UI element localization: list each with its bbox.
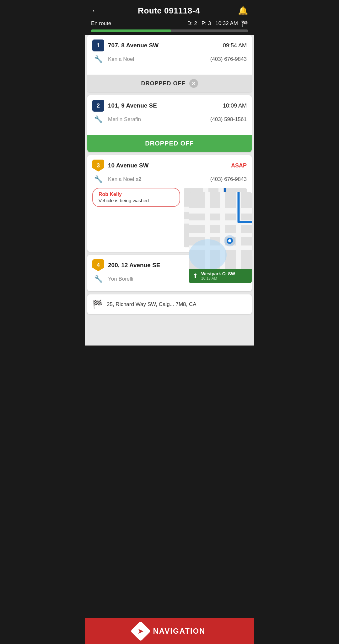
note-bubble: Rob Kelly Vehicle is being washed: [92, 188, 180, 207]
location-card: 🏁 25, Richard Way SW, Calg... 7M8, CA: [87, 294, 252, 314]
stop-card-1: 1 707, 8 Avenue SW 09:54 AM 🔧 Kenia Noel…: [87, 35, 252, 92]
nav-time: 10:13 AM: [201, 276, 235, 281]
stop-2-phone: (403) 598-1561: [210, 116, 247, 123]
wrench-icon-4: 🔧: [92, 273, 104, 285]
stop-3-phone: (403) 676-9843: [210, 176, 247, 182]
route-status: En route: [91, 20, 187, 27]
svg-point-18: [228, 239, 231, 242]
progress-bar-container: [91, 29, 248, 32]
bell-icon[interactable]: 🔔: [238, 6, 248, 16]
stop-3-name: Kenia Noel x2: [108, 176, 142, 182]
stop-card-4-wrapper: 4 200, 12 Avenue SE 🔧 Yon Borelli: [85, 255, 254, 291]
app-header: ← Route 091118-4 🔔: [85, 0, 254, 19]
wrench-icon-1: 🔧: [92, 53, 104, 65]
wrench-icon-3: 🔧: [92, 173, 104, 185]
stop-4-address: 200, 12 Avenue SE: [108, 262, 160, 269]
stop-badge-1: 1: [92, 40, 104, 51]
stop-badge-4: 4: [92, 259, 104, 271]
note-author: Rob Kelly: [99, 192, 174, 197]
dropped-off-button-2[interactable]: DROPPED OFF: [87, 135, 252, 152]
dropped-off-label-1: DROPPED OFF: [141, 80, 185, 87]
close-icon-1: ✕: [189, 79, 198, 88]
nav-direction-bar: ⬆ Westpark Ct SW 10:13 AM: [189, 269, 252, 283]
current-time: 10:32 AM: [215, 20, 238, 27]
progress-bar-fill: [91, 29, 171, 32]
stop-1-time: 09:54 AM: [223, 42, 247, 49]
stop-2-address: 101, 9 Avenue SE: [108, 102, 157, 109]
back-button[interactable]: ←: [91, 6, 100, 16]
stop-badge-2: 2: [92, 100, 104, 112]
stop-4-name: Yon Borelli: [108, 276, 133, 282]
nav-street-name: Westpark Ct SW: [201, 271, 235, 276]
location-flag-icon: 🏁: [92, 299, 102, 309]
map-overlay[interactable]: ⬆ Westpark Ct SW 10:13 AM: [189, 192, 252, 283]
stop-1-phone: (403) 676-9843: [210, 56, 247, 62]
note-text: Vehicle is being washed: [99, 198, 174, 203]
stop-1-name: Kenia Noel: [108, 56, 134, 62]
nav-up-arrow: ⬆: [193, 272, 198, 280]
flag-icon: 🏁: [241, 20, 248, 27]
stop-2-time: 10:09 AM: [223, 103, 247, 109]
stop-2-name: Merlin Serafin: [108, 116, 141, 123]
status-bar: En route D: 2 P: 3 10:32 AM 🏁: [85, 19, 254, 27]
stop-3-time: ASAP: [231, 162, 247, 169]
stop-3-address: 10 Avenue SW: [108, 162, 149, 169]
stop-card-2: 2 101, 9 Avenue SE 10:09 AM 🔧 Merlin Ser…: [87, 95, 252, 152]
location-address: 25, Richard Way SW, Calg... 7M8, CA: [107, 301, 196, 308]
deliveries-count: D: 2: [187, 20, 197, 27]
page-title: Route 091118-4: [138, 6, 200, 16]
dropped-off-button-1[interactable]: DROPPED OFF ✕: [87, 75, 252, 92]
stops-list: 1 707, 8 Avenue SW 09:54 AM 🔧 Kenia Noel…: [85, 35, 254, 346]
stop-badge-3: 3: [92, 160, 104, 172]
stop-1-address: 707, 8 Avenue SW: [108, 42, 159, 49]
svg-point-19: [189, 239, 227, 271]
pickups-count: P: 3: [202, 20, 211, 27]
wrench-icon-2: 🔧: [92, 113, 104, 125]
